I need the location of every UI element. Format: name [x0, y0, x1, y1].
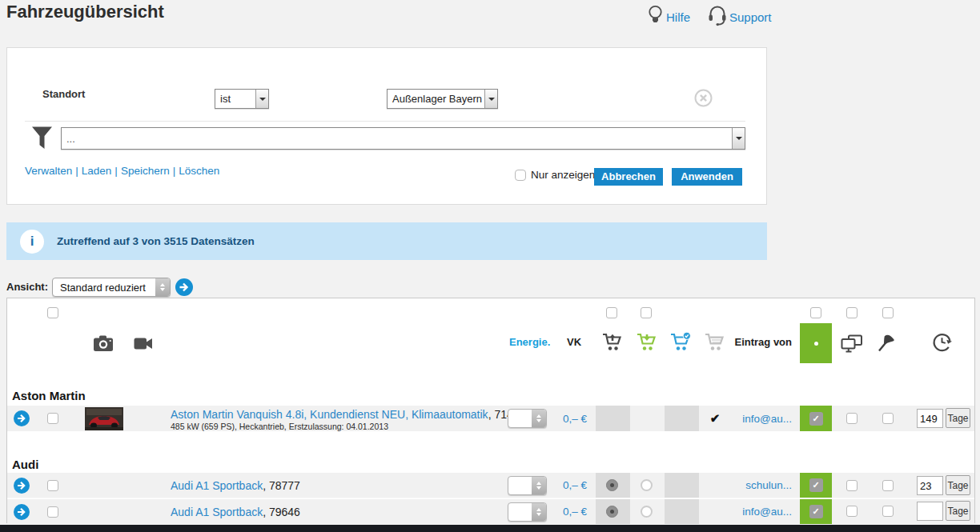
video-camera-icon[interactable] [134, 337, 153, 354]
days-unit-button[interactable]: Tage [946, 475, 970, 495]
divider [25, 121, 745, 122]
view-select[interactable]: Standard reduziert [52, 278, 171, 297]
active-cell: ✓ [800, 499, 832, 524]
vehicle-thumbnail[interactable] [85, 407, 123, 434]
cart-down-column-checkbox[interactable] [641, 307, 652, 318]
days-unit-button[interactable]: Tage [946, 501, 970, 521]
view-label: Ansicht: [6, 281, 48, 293]
cart-up-radio-selected[interactable] [606, 479, 618, 491]
location-select[interactable]: Außenlager Bayern [387, 89, 498, 109]
days-input[interactable] [917, 476, 943, 495]
go-arrow-icon[interactable] [175, 278, 193, 299]
active-checkbox[interactable]: ✓ [809, 505, 823, 518]
expand-row-icon[interactable] [14, 499, 30, 524]
pin-column-checkbox[interactable] [882, 307, 894, 318]
select-all-checkbox[interactable] [47, 307, 58, 318]
dot-icon [814, 342, 818, 346]
cart-up-column-checkbox[interactable] [606, 307, 617, 318]
pin-icon[interactable] [878, 333, 897, 355]
only-show-option: Nur anzeigen [515, 169, 595, 181]
manage-filters-link[interactable]: Verwalten [25, 165, 72, 177]
filter-links: Verwalten|Laden|Speichern|Löschen [25, 165, 219, 177]
vehicle-link[interactable]: Audi A1 Sportback [171, 479, 263, 492]
active-cell: ✓ [800, 406, 832, 431]
vehicle-link[interactable]: Audi A1 Sportback [171, 506, 263, 518]
active-cell: ✓ [800, 473, 832, 498]
stepper-icon [155, 278, 170, 296]
active-checkbox[interactable]: ✓ [809, 412, 823, 426]
saved-filter-select[interactable]: ... [61, 127, 745, 150]
operator-select[interactable]: ist [215, 89, 269, 109]
group-name: Audi [12, 458, 38, 471]
apply-button[interactable]: Anwenden [672, 168, 742, 186]
save-filter-link[interactable]: Speichern [121, 165, 170, 177]
headset-icon [708, 5, 727, 30]
column-shade [665, 473, 699, 498]
expand-row-icon[interactable] [14, 406, 30, 431]
help-link[interactable]: Hilfe [666, 10, 690, 24]
expand-row-icon[interactable] [14, 473, 30, 498]
vehicle-description: Audi A1 Sportback, 78777 [171, 473, 300, 498]
vehicle-subtitle: 485 kW (659 PS), Heckantrieb, Erstzulass… [171, 422, 525, 431]
entry-by-link[interactable]: info@au... [712, 499, 792, 524]
publish-column-checkbox[interactable] [846, 307, 858, 318]
vk-price-link[interactable]: 0,– € [528, 499, 587, 524]
clear-filter-icon[interactable] [694, 89, 713, 110]
table-row: Audi A1 Sportback, 79646 0,– € info@au..… [7, 499, 974, 524]
vk-price-link[interactable]: 0,– € [528, 406, 587, 431]
cart-down-radio[interactable] [641, 479, 653, 491]
publish-checkbox[interactable] [846, 506, 858, 517]
support-link[interactable]: Support [729, 10, 772, 24]
column-entry-by: Eintrag von [732, 336, 792, 348]
active-column-header [800, 323, 832, 363]
info-bar: i Zutreffend auf 3 von 3515 Datensätzen [6, 222, 767, 260]
cart-down-green-icon[interactable] [637, 332, 657, 356]
active-column-checkbox[interactable] [810, 307, 821, 318]
filter-panel: Standort ist Außenlager Bayern ... Verwa… [6, 47, 767, 205]
cart-up-radio-selected[interactable] [606, 506, 618, 518]
days-input[interactable] [917, 502, 943, 521]
only-show-label: Nur anzeigen [531, 169, 595, 181]
cart-down-radio[interactable] [641, 506, 653, 518]
lightbulb-icon [647, 5, 664, 30]
vehicle-description: Aston Martin Vanquish 4.8i, Kundendienst… [171, 408, 525, 431]
group-header-row: Audi [7, 452, 974, 473]
history-clock-icon[interactable] [931, 331, 953, 356]
filter-field-label: Standort [42, 88, 85, 100]
cancel-button[interactable]: Abbrechen [594, 168, 663, 186]
column-vk: VK [567, 336, 581, 348]
active-checkbox[interactable]: ✓ [809, 478, 823, 492]
row-checkbox[interactable] [47, 506, 58, 518]
only-show-checkbox[interactable] [515, 170, 526, 181]
chevron-down-icon [732, 128, 745, 149]
entry-by-link[interactable]: schulun... [712, 473, 792, 498]
days-input[interactable] [917, 409, 943, 428]
pin-checkbox[interactable] [882, 480, 894, 491]
cart-up-icon[interactable] [602, 332, 623, 356]
chevron-down-icon [484, 90, 497, 108]
cart-gray-icon[interactable] [705, 332, 725, 356]
vehicle-table: Energie. VK Eintrag von As [6, 298, 975, 523]
entry-by-link[interactable]: info@au... [712, 406, 792, 431]
delete-filter-link[interactable]: Löschen [179, 165, 219, 177]
load-filter-link[interactable]: Laden [82, 165, 112, 177]
cart-checked-blue-icon[interactable] [670, 332, 692, 356]
column-energy[interactable]: Energie. [509, 336, 550, 348]
table-row: Aston Martin Vanquish 4.8i, Kundendienst… [7, 406, 974, 431]
days-unit-button[interactable]: Tage [946, 408, 970, 428]
publish-checkbox[interactable] [846, 480, 858, 491]
vehicle-link[interactable]: Aston Martin Vanquish 4.8i, Kundendienst… [171, 408, 488, 421]
vk-price-link[interactable]: 0,– € [528, 473, 587, 498]
row-checkbox[interactable] [47, 413, 58, 424]
column-shade [665, 499, 699, 524]
camera-icon[interactable] [93, 335, 114, 355]
pin-checkbox[interactable] [882, 506, 894, 517]
publish-checkbox[interactable] [846, 413, 858, 424]
info-icon: i [20, 230, 44, 254]
result-count-message: Zutreffend auf 3 von 3515 Datensätzen [57, 235, 255, 247]
chevron-down-icon [255, 90, 268, 108]
row-checkbox[interactable] [47, 480, 58, 491]
pin-checkbox[interactable] [882, 413, 894, 424]
monitors-icon[interactable] [841, 334, 863, 357]
bottom-bar [0, 525, 980, 532]
